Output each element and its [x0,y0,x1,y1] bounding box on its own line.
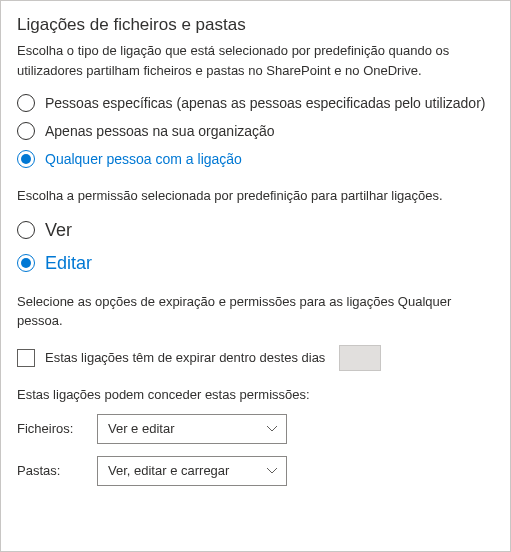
files-label: Ficheiros: [17,421,97,436]
radio-label: Pessoas específicas (apenas as pessoas e… [45,95,485,111]
files-permission-row: Ficheiros: Ver e editar [17,414,494,444]
radio-view[interactable]: Ver [17,220,494,241]
permissions-grant-label: Estas ligações podem conceder estas perm… [17,387,494,402]
radio-label: Qualquer pessoa com a ligação [45,151,242,167]
expiration-description: Selecione as opções de expiração e permi… [17,292,494,331]
radio-specific-people[interactable]: Pessoas específicas (apenas as pessoas e… [17,94,494,112]
select-value: Ver, editar e carregar [108,463,229,478]
expiration-checkbox-row[interactable]: Estas ligações têm de expirar dentro des… [17,345,494,371]
radio-icon [17,221,35,239]
permission-description: Escolha a permissão selecionada por pred… [17,186,494,206]
radio-label: Editar [45,253,92,274]
link-type-radio-group: Pessoas específicas (apenas as pessoas e… [17,94,494,168]
permission-radio-group: Ver Editar [17,220,494,274]
radio-icon [17,254,35,272]
radio-icon [17,122,35,140]
chevron-down-icon [266,467,278,475]
chevron-down-icon [266,425,278,433]
section-description: Escolha o tipo de ligação que está selec… [17,41,494,80]
folders-label: Pastas: [17,463,97,478]
select-value: Ver e editar [108,421,175,436]
section-title: Ligações de ficheiros e pastas [17,15,494,35]
radio-edit[interactable]: Editar [17,253,494,274]
radio-org-only[interactable]: Apenas pessoas na sua organização [17,122,494,140]
radio-icon [17,150,35,168]
checkbox-label: Estas ligações têm de expirar dentro des… [45,350,325,365]
files-permission-select[interactable]: Ver e editar [97,414,287,444]
checkbox-icon[interactable] [17,349,35,367]
radio-label: Apenas pessoas na sua organização [45,123,275,139]
radio-label: Ver [45,220,72,241]
expiration-days-input[interactable] [339,345,381,371]
radio-icon [17,94,35,112]
folders-permission-row: Pastas: Ver, editar e carregar [17,456,494,486]
radio-anyone-link[interactable]: Qualquer pessoa com a ligação [17,150,494,168]
folders-permission-select[interactable]: Ver, editar e carregar [97,456,287,486]
